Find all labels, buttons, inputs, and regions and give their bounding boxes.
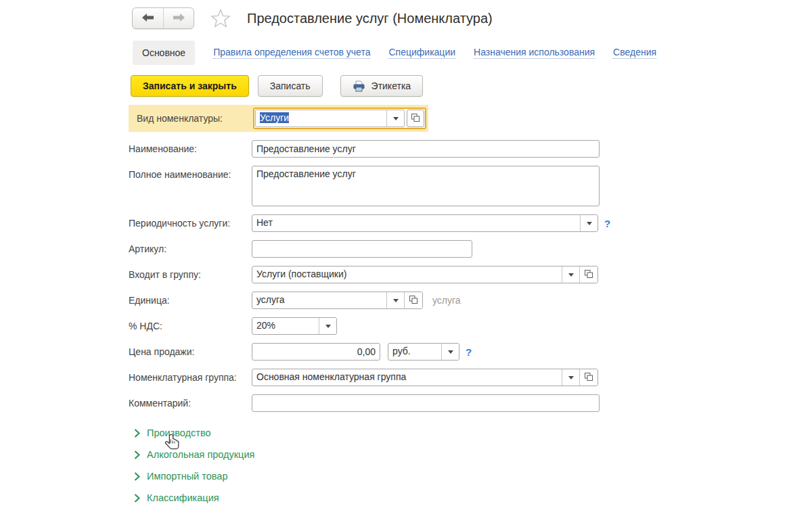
field-row-article: Артикул: <box>129 240 610 258</box>
vat-value[interactable]: 20% <box>252 318 319 334</box>
parent-group-choose-button[interactable] <box>579 266 597 283</box>
periodicity-value[interactable]: Нет <box>252 215 580 231</box>
label-print-button[interactable]: Этикетка <box>340 75 424 97</box>
vat-combo[interactable]: 20% <box>252 317 337 335</box>
periodicity-help-icon[interactable]: ? <box>604 218 610 229</box>
nomenclature-form-window: Предоставление услуг (Номенклатура) Осно… <box>0 0 812 510</box>
parent-group-combo[interactable]: Услуги (поставщики) <box>252 266 598 283</box>
sale-price-help-icon[interactable]: ? <box>466 346 472 358</box>
dropdown-arrow-icon <box>568 376 574 379</box>
nomenclature-group-value[interactable]: Основная номенклатурная группа <box>252 369 562 386</box>
currency-combo[interactable]: руб. <box>388 343 459 361</box>
page-title: Предоставление услуг (Номенклатура) <box>247 11 493 26</box>
dropdown-arrow-icon <box>448 350 453 354</box>
unit-choose-button[interactable] <box>404 292 422 308</box>
favorite-star-icon[interactable] <box>210 8 231 28</box>
tab-specifications[interactable]: Спецификации <box>388 47 455 59</box>
dropdown-arrow-icon <box>568 273 574 277</box>
unit-dropdown-button[interactable] <box>386 292 404 308</box>
field-row-sale-price: Цена продажи: руб. ? <box>129 343 610 361</box>
tab-main[interactable]: Основное <box>133 41 195 65</box>
nomenclature-kind-focus-ring: Услуги <box>253 108 426 129</box>
parent-group-dropdown-button[interactable] <box>562 266 579 283</box>
section-classification[interactable]: Классификация <box>134 487 254 509</box>
selected-text: Услуги <box>260 112 289 123</box>
field-row-nomenclature-kind: Вид номенклатуры: Услуги <box>129 105 428 132</box>
save-button[interactable]: Записать <box>258 75 323 97</box>
tab-usage-purposes[interactable]: Назначения использования <box>474 47 595 59</box>
sale-price-input[interactable] <box>252 343 380 361</box>
back-button[interactable] <box>133 8 163 28</box>
tab-info[interactable]: Сведения <box>613 47 656 59</box>
nomenclature-kind-value[interactable]: Услуги <box>256 110 386 126</box>
navigation-tabs: Основное Правила определения счетов учет… <box>133 41 656 65</box>
section-label: Импортный товар <box>147 471 227 482</box>
full-name-label: Полное наименование: <box>129 169 252 180</box>
section-imported-goods[interactable]: Импортный товар <box>134 465 254 487</box>
nomenclature-kind-label: Вид номенклатуры: <box>137 113 253 124</box>
name-input[interactable] <box>252 140 600 158</box>
section-alcohol[interactable]: Алкогольная продукция <box>134 444 254 465</box>
article-label: Артикул: <box>129 244 252 254</box>
name-label: Наименование: <box>129 143 252 154</box>
choose-from-list-icon <box>409 294 418 306</box>
section-label: Классификация <box>147 492 219 503</box>
forward-arrow-icon <box>173 14 185 24</box>
chevron-right-icon <box>134 494 140 503</box>
field-row-comment: Комментарий: <box>129 394 610 412</box>
dropdown-arrow-icon <box>393 117 399 120</box>
forward-button[interactable] <box>163 8 194 28</box>
nomenclature-kind-choose-button[interactable] <box>407 110 424 127</box>
collapsible-sections: Производство Алкогольная продукция Импор… <box>134 422 254 509</box>
label-print-caption: Этикетка <box>371 80 411 91</box>
unit-label: Единица: <box>129 295 252 306</box>
currency-value[interactable]: руб. <box>388 344 441 360</box>
choose-from-list-icon <box>411 112 420 124</box>
periodicity-combo[interactable]: Нет <box>252 214 598 232</box>
periodicity-dropdown-button[interactable] <box>580 215 597 231</box>
chevron-right-icon <box>134 472 140 481</box>
dropdown-arrow-icon <box>393 299 399 302</box>
parent-group-label: Входит в группу: <box>129 269 252 280</box>
history-nav-group <box>132 7 194 29</box>
save-and-close-button[interactable]: Записать и закрыть <box>131 75 249 97</box>
unit-hint-text: услуга <box>432 295 461 306</box>
currency-dropdown-button[interactable] <box>441 344 459 360</box>
unit-combo[interactable]: услуга <box>252 292 423 309</box>
vat-dropdown-button[interactable] <box>319 318 336 334</box>
field-row-name: Наименование: <box>129 140 610 158</box>
choose-from-list-icon <box>585 269 593 281</box>
vat-label: % НДС: <box>129 321 252 331</box>
section-production[interactable]: Производство <box>134 422 254 444</box>
comment-input[interactable] <box>252 394 600 412</box>
back-arrow-icon <box>142 14 154 24</box>
field-row-nomenclature-group: Номенклатурная группа: Основная номенкла… <box>129 369 610 386</box>
nomenclature-kind-combo[interactable]: Услуги <box>255 110 405 127</box>
dropdown-arrow-icon <box>587 222 592 225</box>
field-row-unit: Единица: услуга услуга <box>129 292 610 309</box>
field-row-vat: % НДС: 20% <box>129 317 610 335</box>
section-label: Производство <box>147 427 211 438</box>
sale-price-label: Цена продажи: <box>129 346 252 357</box>
printer-icon <box>353 80 365 92</box>
tab-account-rules[interactable]: Правила определения счетов учета <box>213 47 370 59</box>
nomenclature-group-dropdown-button[interactable] <box>562 369 579 386</box>
chevron-right-icon <box>134 450 140 459</box>
parent-group-value[interactable]: Услуги (поставщики) <box>252 266 562 283</box>
unit-value[interactable]: услуга <box>252 292 386 308</box>
nomenclature-kind-dropdown-button[interactable] <box>386 110 404 126</box>
chevron-right-icon <box>134 429 140 438</box>
section-label: Алкогольная продукция <box>147 449 254 460</box>
nomenclature-group-combo[interactable]: Основная номенклатурная группа <box>252 369 598 386</box>
comment-label: Комментарий: <box>129 398 252 409</box>
full-name-textarea[interactable]: Предоставление услуг <box>252 166 600 206</box>
command-bar: Записать и закрыть Записать Этикетка <box>131 75 423 97</box>
field-row-parent-group: Входит в группу: Услуги (поставщики) <box>129 266 610 283</box>
nomenclature-group-choose-button[interactable] <box>579 369 597 386</box>
article-input[interactable] <box>252 240 472 258</box>
choose-from-list-icon <box>585 371 593 384</box>
window-header: Предоставление услуг (Номенклатура) <box>132 6 493 30</box>
dropdown-arrow-icon <box>325 325 331 328</box>
main-form: Вид номенклатуры: Услуги Наименование: <box>129 105 610 420</box>
field-row-full-name: Полное наименование: Предоставление услу… <box>129 166 610 206</box>
